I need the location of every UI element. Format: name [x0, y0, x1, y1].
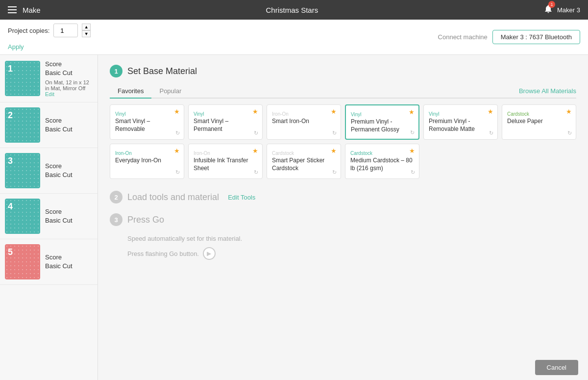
- header: Make Christmas Stars 1 Maker 3: [0, 0, 588, 20]
- material-card-deluxe-paper[interactable]: Cardstock ★ Deluxe Paper ↻: [502, 104, 576, 140]
- step1-header: 1 Set Base Material: [110, 65, 576, 77]
- refresh-icon[interactable]: ↻: [175, 169, 180, 176]
- notification-icon[interactable]: 1: [543, 4, 553, 16]
- apply-button[interactable]: Apply: [8, 43, 24, 51]
- mat-type-label: Vinyl: [429, 111, 440, 117]
- menu-icon[interactable]: [8, 6, 17, 13]
- cancel-button[interactable]: Cancel: [535, 360, 578, 375]
- tab-popular[interactable]: Popular: [151, 84, 189, 99]
- mat-thumb-1: 1: [5, 61, 40, 96]
- mat-type-label: Vinyl: [115, 111, 126, 117]
- star-icon[interactable]: ★: [566, 108, 572, 115]
- sidebar: 1 ScoreBasic Cut On Mat, 12 in x 12 in M…: [0, 55, 98, 380]
- mat-num-3: 3: [8, 156, 13, 166]
- header-right: 1 Maker 3: [543, 4, 580, 16]
- footer: Cancel: [525, 355, 588, 380]
- mat-name: Smart Paper Sticker Cardstock: [272, 157, 336, 172]
- star-icon[interactable]: ★: [252, 108, 258, 115]
- copies-controls: Project copies: ▲ ▼: [8, 24, 91, 37]
- mat-name: Everyday Iron-On: [115, 157, 179, 165]
- go-button[interactable]: ▶: [203, 247, 216, 260]
- refresh-icon[interactable]: ↻: [254, 169, 258, 176]
- mat-info-1: On Mat, 12 in x 12 in Mat, Mirror Off: [45, 79, 93, 91]
- material-card[interactable]: Cardstock ★ Smart Paper Sticker Cardstoc…: [267, 144, 341, 179]
- maker-button[interactable]: Maker 3: [557, 6, 580, 14]
- refresh-icon[interactable]: ↻: [489, 130, 493, 136]
- sidebar-item-2[interactable]: 2 ScoreBasic Cut: [0, 102, 98, 148]
- refresh-icon[interactable]: ↻: [175, 130, 180, 136]
- main-layout: 1 ScoreBasic Cut On Mat, 12 in x 12 in M…: [0, 55, 588, 380]
- star-icon[interactable]: ★: [174, 147, 180, 154]
- star-icon[interactable]: ★: [409, 147, 415, 154]
- material-card[interactable]: Vinyl ★ Premium Vinyl - Removable Matte …: [423, 104, 498, 140]
- browse-all-link[interactable]: Browse All Materials: [519, 84, 576, 98]
- step1-section: 1 Set Base Material Favorites Popular Br…: [110, 65, 576, 179]
- star-icon[interactable]: ★: [174, 108, 180, 115]
- step1-title: Set Base Material: [127, 66, 197, 76]
- make-label: Make: [23, 6, 41, 14]
- star-icon[interactable]: ★: [252, 147, 258, 154]
- copies-input[interactable]: [53, 24, 78, 37]
- refresh-icon[interactable]: ↻: [411, 169, 415, 176]
- material-card[interactable]: Vinyl ★ Smart Vinyl – Permanent ↻: [188, 104, 263, 140]
- mat-type-label: Vinyl: [194, 111, 204, 117]
- star-icon[interactable]: ★: [409, 108, 415, 116]
- mat-type-label: Iron-On: [272, 111, 289, 117]
- mat-type-label: Vinyl: [351, 112, 362, 117]
- sub-header: Project copies: ▲ ▼ Apply Connect machin…: [0, 20, 588, 55]
- material-card[interactable]: Iron-On ★ Infusible Ink Transfer Sheet ↻: [188, 144, 263, 179]
- star-icon[interactable]: ★: [488, 108, 493, 115]
- refresh-icon[interactable]: ↻: [332, 130, 337, 136]
- mat-name: Deluxe Paper: [507, 118, 571, 126]
- copies-down-button[interactable]: ▼: [82, 30, 91, 37]
- sidebar-item-1[interactable]: 1 ScoreBasic Cut On Mat, 12 in x 12 in M…: [0, 55, 98, 102]
- mat-name: Infusible Ink Transfer Sheet: [194, 157, 257, 172]
- material-card[interactable]: Cardstock ★ Medium Cardstock – 80 lb (21…: [345, 144, 419, 179]
- mat-type-label: Iron-On: [194, 151, 210, 156]
- star-icon[interactable]: ★: [331, 108, 337, 115]
- notification-badge: 1: [548, 1, 555, 8]
- copies-up-button[interactable]: ▲: [82, 24, 91, 30]
- material-card[interactable]: Iron-On ★ Everyday Iron-On ↻: [110, 144, 184, 179]
- mat-num-1: 1: [8, 64, 13, 74]
- sidebar-label-4: ScoreBasic Cut: [45, 207, 73, 225]
- header-left: Make: [8, 6, 41, 14]
- sidebar-label-3: ScoreBasic Cut: [45, 162, 73, 179]
- materials-row2: Iron-On ★ Everyday Iron-On ↻ Iron-On ★ I…: [110, 144, 576, 179]
- refresh-icon[interactable]: ↻: [410, 129, 415, 136]
- refresh-icon[interactable]: ↻: [254, 130, 258, 136]
- project-copies-section: Project copies: ▲ ▼ Apply: [8, 24, 91, 51]
- star-icon[interactable]: ★: [331, 147, 337, 154]
- refresh-icon[interactable]: ↻: [332, 169, 337, 176]
- project-copies-label: Project copies:: [8, 27, 49, 34]
- press-go-text: Press flashing Go button.: [127, 250, 199, 257]
- content-area: 1 Set Base Material Favorites Popular Br…: [98, 55, 588, 380]
- mat-type-label: Cardstock: [350, 151, 372, 156]
- step3-title: Press Go: [127, 215, 164, 225]
- sidebar-item-5[interactable]: 5 ScoreBasic Cut: [0, 239, 98, 285]
- sidebar-label-5: ScoreBasic Cut: [45, 253, 73, 271]
- mat-num-2: 2: [8, 110, 13, 121]
- material-card[interactable]: Iron-On ★ Smart Iron-On ↻: [267, 104, 341, 140]
- material-card[interactable]: Vinyl ★ Premium Vinyl - Permanent Glossy…: [345, 104, 419, 140]
- project-title: Christmas Stars: [266, 6, 318, 14]
- material-card[interactable]: Vinyl ★ Smart Vinyl – Removable ↻: [110, 104, 184, 140]
- step2-title: Load tools and material: [127, 192, 219, 203]
- mat-name: Medium Cardstock – 80 lb (216 gsm): [350, 157, 414, 172]
- refresh-icon[interactable]: ↻: [567, 130, 572, 136]
- edit-tools-link[interactable]: Edit Tools: [228, 194, 255, 201]
- copies-stepper[interactable]: ▲ ▼: [82, 24, 91, 37]
- connect-machine-section: Connect machine Maker 3 : 7637 Bluetooth: [438, 30, 580, 44]
- tab-favorites[interactable]: Favorites: [110, 84, 151, 99]
- mat-thumb-5: 5: [5, 244, 40, 279]
- material-tabs: Favorites Popular Browse All Materials: [110, 84, 576, 99]
- sidebar-item-4[interactable]: 4 ScoreBasic Cut: [0, 194, 98, 239]
- sidebar-item-info-1: ScoreBasic Cut On Mat, 12 in x 12 in Mat…: [45, 60, 93, 97]
- edit-link-1[interactable]: Edit: [45, 91, 93, 97]
- step2-header: 2 Load tools and material Edit Tools: [110, 191, 576, 203]
- mat-name: Premium Vinyl - Permanent Glossy: [351, 118, 414, 133]
- connect-label: Connect machine: [438, 33, 488, 41]
- machine-connect-button[interactable]: Maker 3 : 7637 Bluetooth: [492, 30, 580, 44]
- mat-name: Smart Iron-On: [272, 118, 336, 126]
- sidebar-item-3[interactable]: 3 ScoreBasic Cut: [0, 148, 98, 194]
